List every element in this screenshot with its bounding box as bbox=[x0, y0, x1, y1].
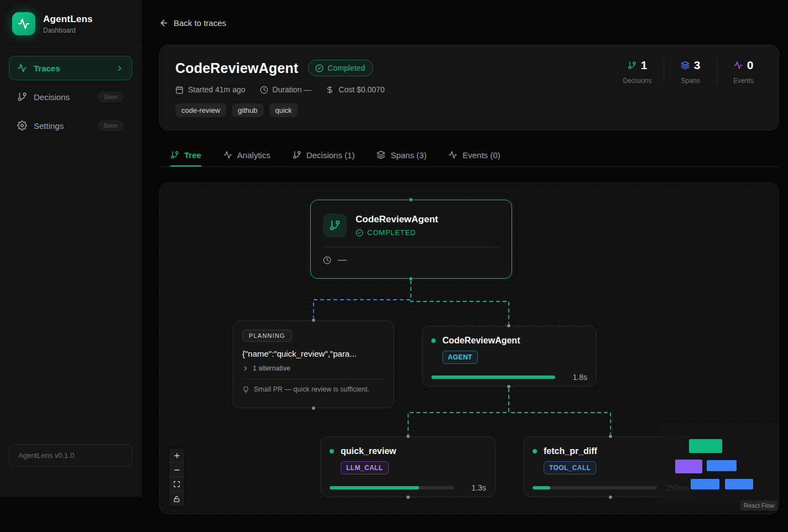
tab-decisions[interactable]: Decisions (1) bbox=[293, 145, 355, 166]
minus-icon bbox=[173, 466, 181, 474]
trace-tree-canvas[interactable]: CodeReviewAgent COMPLETED — PLANNING {"n… bbox=[159, 182, 779, 514]
bar-track bbox=[330, 486, 454, 489]
tags-row: code-review github quick bbox=[175, 103, 763, 117]
app-version: AgentLens v0.1.0 bbox=[9, 444, 133, 467]
activity-icon bbox=[17, 63, 27, 73]
calendar-icon bbox=[175, 86, 184, 94]
edge-root-to-decision bbox=[314, 280, 411, 319]
flow-minimap[interactable] bbox=[660, 424, 779, 504]
dollar-icon bbox=[326, 86, 334, 94]
layers-icon bbox=[377, 150, 385, 159]
sidebar-nav: Traces Decisions Soon Settings Soon bbox=[0, 47, 141, 138]
status-dot bbox=[533, 449, 537, 453]
tab-label: Tree bbox=[184, 150, 201, 160]
edge-agent-to-llm bbox=[408, 388, 509, 435]
sidebar-item-label: Decisions bbox=[34, 92, 70, 102]
span-title: fetch_pr_diff bbox=[544, 446, 597, 456]
react-flow-attribution[interactable]: React Flow bbox=[740, 500, 777, 510]
edge-root-to-agent bbox=[411, 280, 509, 324]
handle-decision-top bbox=[311, 318, 316, 322]
handle-root-top bbox=[409, 197, 413, 202]
started-meta: Started 41m ago bbox=[175, 85, 246, 94]
stat-spans: 3 Spans bbox=[664, 59, 717, 85]
node-span-agent[interactable]: CodeReviewAgent AGENT 1.8s bbox=[422, 326, 597, 387]
zoom-out-button[interactable] bbox=[169, 463, 184, 477]
back-to-traces-link[interactable]: Back to traces bbox=[159, 18, 226, 28]
bar-track bbox=[431, 375, 555, 379]
app-logo bbox=[12, 12, 35, 35]
handle-tool-bottom bbox=[608, 495, 613, 499]
sidebar-item-decisions[interactable]: Decisions Soon bbox=[9, 85, 132, 109]
sidebar-item-settings[interactable]: Settings Soon bbox=[9, 113, 132, 138]
activity-icon bbox=[448, 150, 457, 159]
activity-icon bbox=[734, 61, 743, 70]
brand-text: AgentLens Dashboard bbox=[43, 14, 93, 34]
lightbulb-icon bbox=[242, 386, 249, 393]
lock-icon bbox=[173, 496, 180, 503]
git-branch-icon bbox=[170, 150, 179, 159]
plus-icon bbox=[173, 452, 181, 460]
gear-icon bbox=[17, 121, 27, 131]
sidebar-item-label: Traces bbox=[34, 64, 60, 73]
minimap-node-decision bbox=[675, 460, 702, 473]
tag: code-review bbox=[175, 103, 226, 117]
tab-analytics[interactable]: Analytics bbox=[223, 145, 270, 166]
cost-meta: Cost $0.0070 bbox=[326, 85, 384, 94]
sidebar-item-traces[interactable]: Traces bbox=[9, 56, 132, 80]
brand: AgentLens Dashboard bbox=[0, 0, 141, 47]
alternatives-toggle[interactable]: 1 alternative bbox=[242, 364, 385, 372]
activity-icon bbox=[18, 18, 30, 30]
stat-label: Decisions bbox=[623, 77, 651, 85]
layers-icon bbox=[681, 61, 690, 70]
span-type-badge: AGENT bbox=[442, 351, 478, 364]
tab-spans[interactable]: Spans (3) bbox=[377, 145, 426, 166]
stat-value: 3 bbox=[694, 59, 701, 72]
decision-insight: Small PR — quick review is sufficient. bbox=[242, 385, 385, 393]
duration-bar: 1.8s bbox=[431, 373, 587, 382]
check-circle-icon bbox=[356, 229, 363, 237]
minimap-node-root bbox=[689, 439, 722, 453]
clock-icon bbox=[323, 256, 331, 264]
status-badge: Completed bbox=[308, 60, 373, 76]
handle-agent-bottom bbox=[507, 384, 511, 389]
stat-label: Spans bbox=[681, 77, 700, 85]
fit-view-button[interactable] bbox=[169, 477, 184, 492]
tab-events[interactable]: Events (0) bbox=[448, 145, 500, 166]
stat-value: 0 bbox=[747, 59, 754, 72]
bar-fill bbox=[431, 375, 555, 379]
tab-label: Analytics bbox=[237, 150, 270, 160]
node-span-quick-review[interactable]: quick_review LLM_CALL 1.3s bbox=[320, 436, 495, 497]
handle-llm-bottom bbox=[406, 495, 410, 499]
tab-label: Spans (3) bbox=[390, 150, 426, 160]
started-label: Started 41m ago bbox=[188, 85, 246, 94]
duration-bar: 1.3s bbox=[330, 483, 486, 492]
divider bbox=[242, 379, 385, 379]
span-type-badge: LLM_CALL bbox=[341, 461, 389, 474]
chevron-right-icon bbox=[116, 64, 124, 72]
fit-view-icon bbox=[173, 481, 180, 488]
lock-button[interactable] bbox=[169, 492, 184, 506]
tab-tree[interactable]: Tree bbox=[170, 145, 201, 166]
zoom-in-button[interactable] bbox=[169, 448, 184, 463]
decision-type-badge: PLANNING bbox=[242, 330, 292, 342]
minimap-node-agent bbox=[707, 460, 737, 471]
node-root-agent[interactable]: CodeReviewAgent COMPLETED — bbox=[310, 200, 512, 279]
trace-header-card: CodeReviewAgent Completed Started 41m ag… bbox=[159, 45, 779, 131]
cost-label: Cost $0.0070 bbox=[338, 85, 384, 94]
handle-tool-top bbox=[608, 434, 613, 439]
git-branch-icon bbox=[329, 220, 341, 231]
handle-decision-bottom bbox=[311, 406, 316, 410]
edge-agent-to-tool bbox=[509, 388, 610, 435]
clock-icon bbox=[260, 86, 268, 94]
git-branch-icon bbox=[628, 61, 636, 70]
duration-label: 1.8s bbox=[562, 373, 587, 382]
back-label: Back to traces bbox=[174, 18, 226, 28]
duration-label: Duration — bbox=[273, 85, 312, 94]
handle-root-bottom bbox=[409, 277, 413, 281]
node-decision-planning[interactable]: PLANNING {"name":"quick_review","para...… bbox=[233, 320, 394, 408]
node-title: CodeReviewAgent bbox=[356, 214, 438, 225]
check-circle-icon bbox=[315, 64, 323, 72]
activity-icon bbox=[223, 150, 232, 159]
tag: quick bbox=[269, 103, 298, 117]
agentlens-trace-page: AgentLens Dashboard Traces Decisions Soo… bbox=[0, 0, 788, 532]
